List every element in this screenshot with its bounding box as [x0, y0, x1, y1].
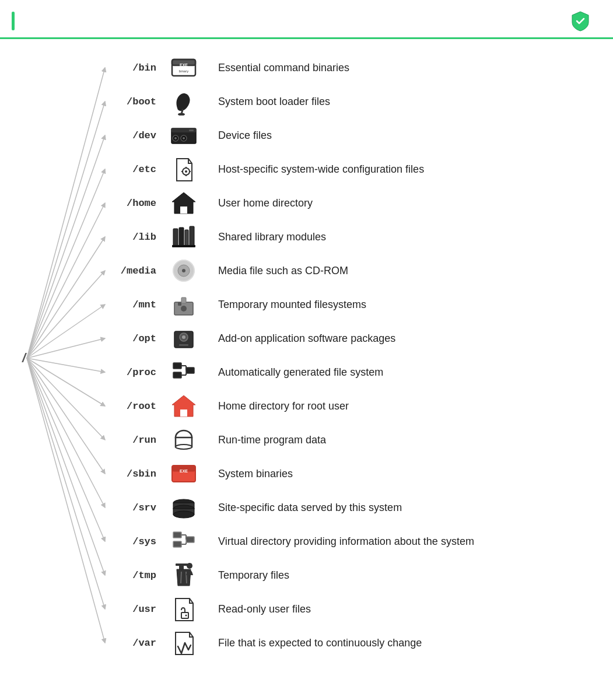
list-item: /usr Read-only user files	[105, 592, 613, 626]
page-title	[12, 12, 20, 30]
dir-name: /run	[105, 435, 163, 446]
dir-icon-etc	[163, 154, 204, 184]
svg-rect-63	[180, 410, 187, 416]
svg-line-7	[27, 304, 105, 358]
svg-rect-48	[178, 302, 181, 306]
dir-desc: System binaries	[218, 468, 293, 480]
dir-icon-opt	[163, 323, 204, 354]
svg-point-28	[183, 137, 185, 139]
list-item: /lib Shared library modules	[105, 220, 613, 254]
svg-line-3	[27, 169, 105, 358]
svg-text:EXE: EXE	[180, 469, 188, 473]
list-item: /sys Virtual directory providing informa…	[105, 524, 613, 558]
svg-text:EXE: EXE	[180, 63, 188, 67]
brand	[570, 10, 596, 32]
dir-desc: Device files	[218, 130, 272, 142]
dir-icon-bin: EXE binary	[163, 52, 204, 83]
svg-line-8	[27, 338, 105, 358]
dir-icon-sbin: EXE	[163, 459, 204, 489]
svg-line-6	[27, 271, 105, 358]
svg-line-1	[27, 102, 105, 358]
svg-line-14	[27, 358, 105, 541]
svg-rect-56	[173, 372, 181, 378]
svg-rect-77	[186, 537, 194, 542]
list-item: /tmp Temporary files	[105, 558, 613, 592]
dir-desc: Run-time program data	[218, 434, 326, 446]
dir-icon-dev	[163, 120, 204, 150]
svg-point-66	[176, 444, 192, 449]
dir-desc: Virtual directory providing information …	[218, 536, 474, 548]
dir-desc: File that is expected to continuously ch…	[218, 637, 422, 649]
root-label: /	[22, 351, 26, 366]
list-item: /boot System boot loader files	[105, 85, 613, 118]
svg-point-53	[182, 335, 185, 339]
svg-line-15	[27, 358, 105, 575]
dir-desc: Read-only user files	[218, 603, 311, 615]
svg-rect-37	[180, 206, 187, 214]
header	[0, 0, 613, 39]
svg-rect-40	[185, 230, 188, 246]
dir-name: /sys	[105, 536, 163, 547]
dir-icon-proc	[163, 357, 204, 387]
svg-rect-75	[173, 532, 181, 538]
dir-name: /etc	[105, 164, 163, 175]
dir-desc: User home directory	[218, 197, 313, 209]
list-item: /proc Automatically generated file syste…	[105, 355, 613, 389]
entries-list: /bin EXE binary Essential command binari…	[105, 51, 613, 660]
dir-name: /tmp	[105, 570, 163, 581]
svg-point-26	[174, 137, 177, 139]
dir-icon-usr	[163, 594, 204, 624]
dir-desc: Media file such as CD-ROM	[218, 265, 348, 277]
dir-desc: Site-specific data served by this system	[218, 502, 402, 514]
dir-icon-var	[163, 628, 204, 658]
dir-name: /root	[105, 401, 163, 412]
list-item: /sbin EXE System binaries	[105, 457, 613, 491]
dir-name: /sbin	[105, 468, 163, 480]
dir-icon-root-dir	[163, 391, 204, 421]
list-item: /run Run-time program data	[105, 423, 613, 457]
dir-name: /mnt	[105, 299, 163, 310]
svg-point-45	[182, 269, 185, 272]
main-content: / /bin EXE binary Essential command bina…	[0, 39, 613, 677]
svg-rect-38	[173, 229, 178, 246]
svg-point-49	[181, 306, 187, 312]
dir-name: /opt	[105, 333, 163, 344]
dir-name: /home	[105, 198, 163, 209]
dir-desc: Automatically generated file system	[218, 366, 383, 379]
dir-name: /lib	[105, 232, 163, 243]
dir-icon-run	[163, 425, 204, 455]
svg-rect-50	[181, 298, 186, 303]
svg-rect-54	[179, 344, 188, 346]
dir-icon-lib	[163, 222, 204, 252]
dir-desc: Home directory for root user	[218, 400, 349, 412]
dir-desc: Host-specific system-wide configuration …	[218, 163, 424, 176]
svg-line-16	[27, 358, 105, 609]
dir-icon-srv	[163, 492, 204, 523]
dir-desc: System boot loader files	[218, 96, 330, 108]
list-item: /etc Host-specific system-wide configura…	[105, 152, 613, 186]
svg-line-9	[27, 358, 105, 372]
dir-icon-tmp	[163, 560, 204, 590]
list-item: /root Home directory for root user	[105, 389, 613, 423]
svg-rect-39	[179, 228, 184, 246]
dir-desc: Essential command binaries	[218, 62, 349, 74]
svg-line-10	[27, 358, 105, 406]
svg-line-17	[27, 358, 105, 643]
list-item: /var File that is expected to continuous…	[105, 626, 613, 660]
svg-line-13	[27, 358, 105, 508]
dir-icon-media	[163, 256, 204, 286]
list-item: /dev Device files	[105, 118, 613, 152]
svg-point-22	[178, 113, 185, 116]
brand-icon	[570, 10, 591, 32]
dir-name: /var	[105, 638, 163, 649]
list-item: /mnt Temporary mounted filesystems	[105, 288, 613, 321]
svg-line-4	[27, 203, 105, 358]
svg-line-0	[27, 68, 105, 358]
dir-name: /usr	[105, 604, 163, 615]
dir-desc: Temporary files	[218, 569, 289, 582]
svg-point-88	[185, 615, 187, 617]
dir-name: /boot	[105, 96, 163, 107]
dir-name: /dev	[105, 130, 163, 141]
dir-desc: Temporary mounted filesystems	[218, 299, 366, 311]
svg-line-2	[27, 135, 105, 358]
